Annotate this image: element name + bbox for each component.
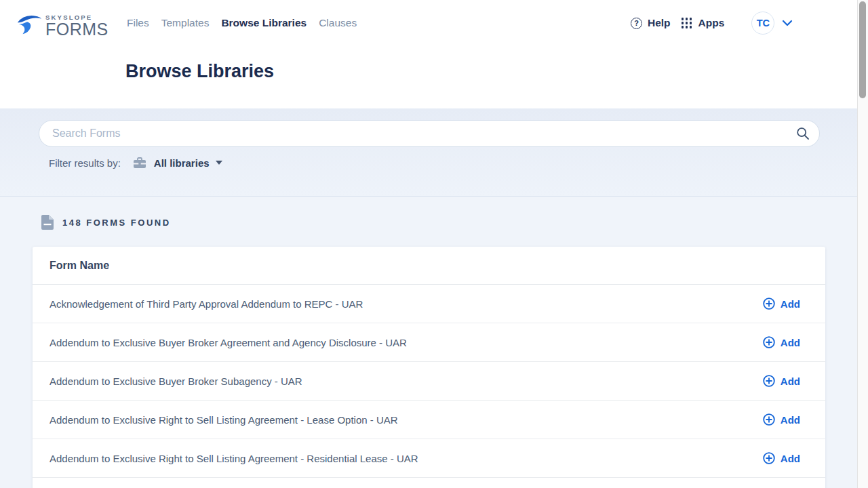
skyslope-forms-logo[interactable]: SKYSLOPE FORMS (15, 11, 108, 39)
plus-circle-icon (763, 452, 775, 464)
form-name-column-header: Form Name (33, 247, 825, 285)
nav-item-files[interactable]: Files (127, 17, 149, 29)
nav-item-browse-libraries[interactable]: Browse Libraries (221, 17, 307, 29)
main-nav: Files Templates Browse Libraries Clauses (127, 0, 357, 46)
add-button-label: Add (781, 453, 800, 464)
add-form-button[interactable]: Add (763, 298, 800, 310)
plus-circle-icon (763, 375, 775, 387)
nav-item-templates[interactable]: Templates (161, 17, 210, 29)
document-icon (41, 215, 54, 230)
apps-button[interactable]: Apps (698, 17, 725, 29)
apps-grid-icon[interactable] (682, 18, 692, 28)
filter-caret-down-icon[interactable] (216, 161, 222, 165)
filter-label: Filter results by: (49, 157, 121, 169)
search-section: Filter results by: All libraries (0, 108, 857, 197)
add-form-button[interactable]: Add (763, 413, 800, 426)
form-name: Addendum to Exclusive Buyer Broker Subag… (50, 375, 302, 387)
brand-forms: FORMS (45, 21, 108, 38)
table-row: Acknowledgement of Third Party Approval … (33, 285, 825, 323)
help-button[interactable]: Help (648, 17, 671, 29)
app-header: SKYSLOPE FORMS Files Templates Browse Li… (0, 0, 857, 108)
table-row: Addendum to Exclusive Buyer Broker Subag… (33, 362, 825, 401)
help-icon[interactable]: ? (631, 18, 642, 29)
form-name: Addendum to Exclusive Right to Sell List… (50, 453, 418, 464)
filter-row: Filter results by: All libraries (49, 155, 222, 170)
page-scrollbar[interactable] (857, 0, 868, 488)
table-row: Addendum to Exclusive Right to Sell List… (33, 439, 825, 478)
search-icon[interactable] (796, 127, 810, 140)
plus-circle-icon (763, 336, 775, 348)
table-row: Addendum to Exclusive Buyer Broker Agree… (33, 323, 825, 362)
add-form-button[interactable]: Add (763, 336, 800, 348)
skyslope-swoosh-icon (15, 11, 43, 39)
user-avatar[interactable]: TC (751, 12, 774, 35)
forms-table-body: Acknowledgement of Third Party Approval … (33, 285, 825, 478)
plus-circle-icon (763, 298, 775, 310)
scrollbar-thumb[interactable] (859, 1, 866, 98)
search-bar (39, 120, 820, 147)
form-name: Acknowledgement of Third Party Approval … (50, 298, 363, 310)
nav-item-clauses[interactable]: Clauses (319, 17, 357, 29)
forms-found-count: 148 FORMS FOUND (62, 218, 171, 228)
library-filter-dropdown[interactable]: All libraries (154, 157, 210, 169)
add-button-label: Add (781, 298, 800, 310)
add-button-label: Add (781, 375, 800, 387)
account-menu-chevron-down-icon[interactable] (782, 20, 793, 26)
table-row: Addendum to Exclusive Right to Sell List… (33, 401, 825, 439)
form-name: Addendum to Exclusive Buyer Broker Agree… (50, 337, 407, 348)
add-button-label: Add (781, 414, 800, 426)
header-actions: ? Help Apps TC (631, 0, 793, 46)
add-form-button[interactable]: Add (763, 375, 800, 387)
brand-text: SKYSLOPE FORMS (45, 14, 108, 38)
add-form-button[interactable]: Add (763, 452, 800, 464)
results-count-row: 148 FORMS FOUND (41, 215, 171, 230)
plus-circle-icon (763, 413, 775, 426)
page-title: Browse Libraries (125, 61, 274, 82)
add-button-label: Add (781, 337, 800, 348)
search-input[interactable] (39, 120, 820, 147)
app-window: SKYSLOPE FORMS Files Templates Browse Li… (0, 0, 857, 488)
briefcase-icon (133, 157, 146, 169)
forms-table-card: Form Name Acknowledgement of Third Party… (33, 247, 825, 488)
form-name: Addendum to Exclusive Right to Sell List… (50, 414, 398, 426)
